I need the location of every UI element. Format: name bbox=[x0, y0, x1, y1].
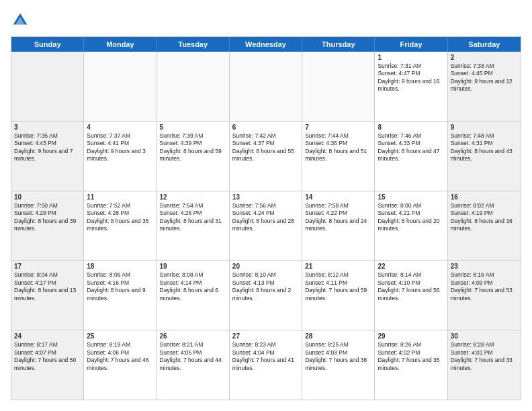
day-number: 12 bbox=[160, 193, 226, 201]
day-number: 10 bbox=[14, 193, 81, 201]
day-number: 15 bbox=[378, 193, 444, 201]
day-number: 24 bbox=[14, 332, 81, 340]
calendar-cell-r1c5: 8Sunrise: 7:46 AM Sunset: 4:33 PM Daylig… bbox=[375, 122, 447, 191]
calendar-cell-r1c2: 5Sunrise: 7:39 AM Sunset: 4:39 PM Daylig… bbox=[157, 122, 230, 191]
day-number: 18 bbox=[87, 263, 153, 270]
day-number: 1 bbox=[378, 54, 444, 61]
calendar-cell-r0c2 bbox=[157, 52, 230, 121]
header-day-saturday: Saturday bbox=[448, 37, 521, 52]
day-number: 25 bbox=[87, 332, 153, 340]
day-number: 26 bbox=[160, 332, 226, 340]
calendar-cell-r4c6: 30Sunrise: 8:28 AM Sunset: 4:01 PM Dayli… bbox=[448, 330, 521, 400]
calendar-cell-r2c2: 12Sunrise: 7:54 AM Sunset: 4:26 PM Dayli… bbox=[157, 191, 230, 261]
day-number: 16 bbox=[451, 193, 518, 201]
calendar-cell-r3c6: 23Sunrise: 8:16 AM Sunset: 4:09 PM Dayli… bbox=[448, 261, 521, 330]
calendar-header: SundayMondayTuesdayWednesdayThursdayFrid… bbox=[11, 37, 521, 52]
calendar-cell-r4c1: 25Sunrise: 8:19 AM Sunset: 4:06 PM Dayli… bbox=[84, 330, 157, 400]
day-info: Sunrise: 7:31 AM Sunset: 4:47 PM Dayligh… bbox=[378, 62, 444, 93]
day-info: Sunrise: 7:39 AM Sunset: 4:39 PM Dayligh… bbox=[160, 132, 226, 163]
day-info: Sunrise: 8:14 AM Sunset: 4:10 PM Dayligh… bbox=[378, 271, 444, 302]
day-number: 22 bbox=[378, 263, 444, 270]
day-number: 3 bbox=[14, 124, 81, 131]
logo-icon bbox=[11, 11, 30, 30]
calendar-row-2: 10Sunrise: 7:50 AM Sunset: 4:29 PM Dayli… bbox=[11, 191, 521, 261]
calendar-cell-r1c1: 4Sunrise: 7:37 AM Sunset: 4:41 PM Daylig… bbox=[84, 122, 157, 191]
day-info: Sunrise: 8:04 AM Sunset: 4:17 PM Dayligh… bbox=[14, 271, 81, 302]
day-info: Sunrise: 8:28 AM Sunset: 4:01 PM Dayligh… bbox=[451, 341, 518, 372]
calendar: SundayMondayTuesdayWednesdayThursdayFrid… bbox=[11, 36, 521, 400]
day-info: Sunrise: 7:46 AM Sunset: 4:33 PM Dayligh… bbox=[378, 132, 444, 163]
calendar-cell-r3c5: 22Sunrise: 8:14 AM Sunset: 4:10 PM Dayli… bbox=[375, 261, 447, 330]
header-day-thursday: Thursday bbox=[302, 37, 375, 52]
calendar-row-4: 24Sunrise: 8:17 AM Sunset: 4:07 PM Dayli… bbox=[11, 330, 521, 400]
calendar-cell-r2c4: 14Sunrise: 7:58 AM Sunset: 4:22 PM Dayli… bbox=[302, 191, 375, 261]
day-info: Sunrise: 7:52 AM Sunset: 4:28 PM Dayligh… bbox=[87, 202, 153, 233]
calendar-cell-r0c1 bbox=[84, 52, 157, 121]
day-info: Sunrise: 7:48 AM Sunset: 4:31 PM Dayligh… bbox=[451, 132, 518, 163]
day-info: Sunrise: 8:17 AM Sunset: 4:07 PM Dayligh… bbox=[14, 341, 81, 372]
page: SundayMondayTuesdayWednesdayThursdayFrid… bbox=[0, 0, 532, 411]
calendar-cell-r2c0: 10Sunrise: 7:50 AM Sunset: 4:29 PM Dayli… bbox=[11, 191, 84, 261]
calendar-row-3: 17Sunrise: 8:04 AM Sunset: 4:17 PM Dayli… bbox=[11, 260, 521, 330]
calendar-cell-r4c0: 24Sunrise: 8:17 AM Sunset: 4:07 PM Dayli… bbox=[11, 330, 84, 400]
calendar-cell-r1c4: 7Sunrise: 7:44 AM Sunset: 4:35 PM Daylig… bbox=[302, 122, 375, 191]
day-info: Sunrise: 8:23 AM Sunset: 4:04 PM Dayligh… bbox=[232, 341, 299, 372]
day-number: 5 bbox=[160, 124, 226, 131]
day-number: 13 bbox=[232, 193, 299, 201]
calendar-cell-r2c6: 16Sunrise: 8:02 AM Sunset: 4:19 PM Dayli… bbox=[448, 191, 521, 261]
calendar-cell-r0c5: 1Sunrise: 7:31 AM Sunset: 4:47 PM Daylig… bbox=[375, 52, 447, 121]
day-number: 9 bbox=[451, 124, 518, 131]
day-number: 4 bbox=[87, 124, 153, 131]
header-day-friday: Friday bbox=[375, 37, 447, 52]
calendar-cell-r1c6: 9Sunrise: 7:48 AM Sunset: 4:31 PM Daylig… bbox=[448, 122, 521, 191]
day-number: 19 bbox=[160, 263, 226, 270]
day-number: 7 bbox=[305, 124, 371, 131]
calendar-cell-r0c0 bbox=[11, 52, 84, 121]
calendar-cell-r4c3: 27Sunrise: 8:23 AM Sunset: 4:04 PM Dayli… bbox=[230, 330, 302, 400]
calendar-cell-r3c2: 19Sunrise: 8:08 AM Sunset: 4:14 PM Dayli… bbox=[157, 261, 230, 330]
header-day-monday: Monday bbox=[84, 37, 157, 52]
day-info: Sunrise: 7:33 AM Sunset: 4:45 PM Dayligh… bbox=[451, 62, 518, 93]
calendar-row-0: 1Sunrise: 7:31 AM Sunset: 4:47 PM Daylig… bbox=[11, 52, 521, 121]
calendar-cell-r3c4: 21Sunrise: 8:12 AM Sunset: 4:11 PM Dayli… bbox=[302, 261, 375, 330]
calendar-cell-r1c0: 3Sunrise: 7:35 AM Sunset: 4:43 PM Daylig… bbox=[11, 122, 84, 191]
day-number: 14 bbox=[305, 193, 371, 201]
day-info: Sunrise: 8:02 AM Sunset: 4:19 PM Dayligh… bbox=[451, 202, 518, 233]
day-number: 8 bbox=[378, 124, 444, 131]
day-info: Sunrise: 8:00 AM Sunset: 4:21 PM Dayligh… bbox=[378, 202, 444, 233]
day-info: Sunrise: 7:50 AM Sunset: 4:29 PM Dayligh… bbox=[14, 202, 81, 233]
day-number: 17 bbox=[14, 263, 81, 270]
calendar-cell-r2c1: 11Sunrise: 7:52 AM Sunset: 4:28 PM Dayli… bbox=[84, 191, 157, 261]
day-info: Sunrise: 8:25 AM Sunset: 4:03 PM Dayligh… bbox=[305, 341, 371, 372]
day-number: 27 bbox=[232, 332, 299, 340]
day-info: Sunrise: 8:26 AM Sunset: 4:02 PM Dayligh… bbox=[378, 341, 444, 372]
header bbox=[11, 11, 521, 30]
calendar-cell-r0c4 bbox=[302, 52, 375, 121]
day-info: Sunrise: 7:58 AM Sunset: 4:22 PM Dayligh… bbox=[305, 202, 371, 233]
day-number: 2 bbox=[451, 54, 518, 61]
day-info: Sunrise: 7:44 AM Sunset: 4:35 PM Dayligh… bbox=[305, 132, 371, 163]
calendar-cell-r2c3: 13Sunrise: 7:56 AM Sunset: 4:24 PM Dayli… bbox=[230, 191, 302, 261]
calendar-cell-r4c4: 28Sunrise: 8:25 AM Sunset: 4:03 PM Dayli… bbox=[302, 330, 375, 400]
day-info: Sunrise: 7:42 AM Sunset: 4:37 PM Dayligh… bbox=[232, 132, 299, 163]
day-info: Sunrise: 8:19 AM Sunset: 4:06 PM Dayligh… bbox=[87, 341, 153, 372]
calendar-cell-r3c1: 18Sunrise: 8:06 AM Sunset: 4:16 PM Dayli… bbox=[84, 261, 157, 330]
day-info: Sunrise: 7:35 AM Sunset: 4:43 PM Dayligh… bbox=[14, 132, 81, 163]
calendar-cell-r4c2: 26Sunrise: 8:21 AM Sunset: 4:05 PM Dayli… bbox=[157, 330, 230, 400]
calendar-cell-r0c3 bbox=[230, 52, 302, 121]
calendar-body: 1Sunrise: 7:31 AM Sunset: 4:47 PM Daylig… bbox=[11, 52, 521, 400]
day-number: 21 bbox=[305, 263, 371, 270]
day-info: Sunrise: 7:56 AM Sunset: 4:24 PM Dayligh… bbox=[232, 202, 299, 233]
day-info: Sunrise: 7:54 AM Sunset: 4:26 PM Dayligh… bbox=[160, 202, 226, 233]
day-number: 28 bbox=[305, 332, 371, 340]
calendar-cell-r4c5: 29Sunrise: 8:26 AM Sunset: 4:02 PM Dayli… bbox=[375, 330, 447, 400]
header-day-wednesday: Wednesday bbox=[230, 37, 302, 52]
header-day-tuesday: Tuesday bbox=[157, 37, 230, 52]
day-number: 30 bbox=[451, 332, 518, 340]
header-day-sunday: Sunday bbox=[11, 37, 84, 52]
calendar-row-1: 3Sunrise: 7:35 AM Sunset: 4:43 PM Daylig… bbox=[11, 121, 521, 191]
day-info: Sunrise: 8:08 AM Sunset: 4:14 PM Dayligh… bbox=[160, 271, 226, 302]
logo bbox=[11, 11, 32, 30]
day-number: 20 bbox=[232, 263, 299, 270]
calendar-cell-r0c6: 2Sunrise: 7:33 AM Sunset: 4:45 PM Daylig… bbox=[448, 52, 521, 121]
